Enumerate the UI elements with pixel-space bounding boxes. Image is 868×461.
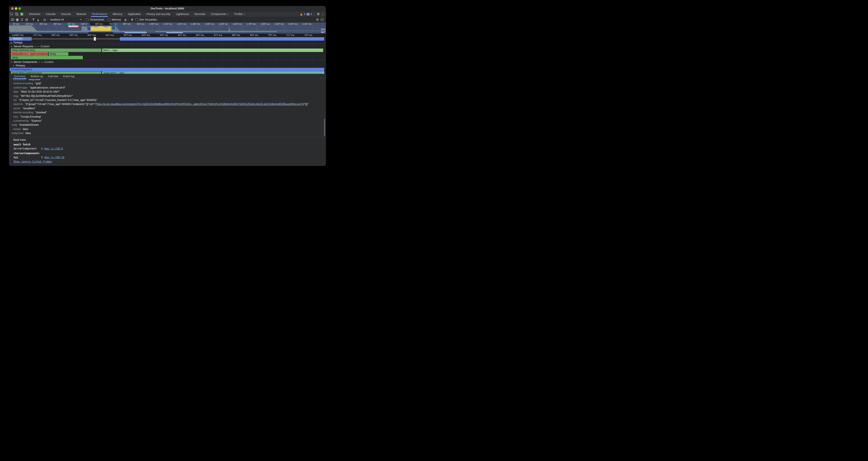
- flame-bar[interactable]: delay: [49, 52, 68, 56]
- tab-privacy-and-security[interactable]: Privacy and security: [144, 11, 173, 17]
- flame-bar[interactable]: await fetch (.../api): [102, 71, 324, 74]
- long-task-marker: [68, 25, 79, 27]
- panel-settings-gear-icon[interactable]: ⚙: [316, 18, 319, 21]
- track-custom-suffix: — Custom: [36, 45, 50, 48]
- tab-components[interactable]: Components⚛: [208, 11, 232, 17]
- show-ignore-listed-frames-link[interactable]: Show ignore-listed frames: [13, 160, 52, 163]
- overview-tick-label: 1,197 ms: [163, 23, 173, 25]
- overview-tick-label: 497 ms: [67, 23, 75, 25]
- screenshots-checkbox[interactable]: [86, 18, 89, 21]
- toggle-sidebar-icon[interactable]: [10, 17, 15, 22]
- flame-bar[interactable]: delay: [11, 56, 83, 59]
- save-profile-icon[interactable]: [36, 17, 40, 22]
- inspect-icon[interactable]: [9, 11, 14, 17]
- kebab-menu-icon[interactable]: ⋮: [321, 12, 324, 16]
- details-scrollbar-thumb[interactable]: [324, 119, 325, 136]
- overview-window-handle-right[interactable]: ∥: [112, 23, 115, 30]
- details-tab-bottom-up[interactable]: Bottom-up: [28, 74, 45, 79]
- details-row: vary"Accept-Encoding": [9, 115, 326, 119]
- stack-trace-section: Stack trace await fetchServerComponent @…: [9, 137, 326, 166]
- tab-lighthouse[interactable]: Lighthouse: [173, 11, 192, 17]
- ruler-tick-label: 707 ms: [268, 34, 276, 36]
- details-row: lockedfalse: [9, 127, 326, 131]
- ruler-tick-label: ms: [12, 34, 16, 36]
- overview-tick-label: 397 ms: [53, 23, 62, 25]
- flame-bar[interactable]: delayedError (...ayed exception): [11, 52, 48, 56]
- ruler-tick-label: 687 ms: [232, 34, 240, 36]
- fit-window-icon[interactable]: [130, 17, 134, 22]
- ruler-tick-label: 587 ms: [52, 34, 60, 36]
- record-button[interactable]: ◉: [15, 17, 20, 22]
- clear-button[interactable]: [24, 17, 29, 22]
- device-toolbar-icon[interactable]: [14, 11, 19, 17]
- details-key: server: [13, 107, 20, 110]
- details-report-to-link[interactable]: https://a.nel.cloudflare.com/report/v4?s…: [96, 103, 304, 106]
- stack-trace-title: Stack trace: [13, 138, 26, 141]
- tab-application[interactable]: Application: [125, 11, 144, 17]
- chevron-down-icon: ▼: [80, 19, 82, 21]
- warning-icon[interactable]: !: [300, 13, 303, 16]
- tab-network[interactable]: Network: [74, 11, 89, 17]
- details-row: x-powered-by"Express": [9, 119, 326, 123]
- issues-message-icon[interactable]: [307, 13, 309, 16]
- garbage-collect-icon[interactable]: [123, 17, 128, 22]
- ruler-tick-label: 567 ms: [16, 34, 24, 36]
- details-key: connection: [13, 79, 26, 81]
- triangle-right-icon: ▶: [11, 42, 12, 44]
- track-timings[interactable]: ▶Timings: [11, 41, 23, 44]
- details-tab-summary[interactable]: Summary: [11, 74, 28, 79]
- details-row: server"cloudflare": [9, 107, 326, 111]
- details-row: bodyReadableStream: [9, 123, 326, 127]
- overview-tick-label: 2,097 ms: [288, 23, 299, 25]
- tab-console[interactable]: Console: [43, 11, 58, 17]
- history-select[interactable]: localhost #4 ▼: [49, 18, 83, 21]
- settings-gear-icon[interactable]: ⚙: [317, 12, 320, 16]
- track-network[interactable]: ▶Network: [11, 37, 23, 40]
- ruler-tick-mark: [132, 36, 132, 37]
- tab-sources[interactable]: Sources: [58, 11, 74, 17]
- details-tab-call-tree[interactable]: Call tree: [45, 74, 61, 79]
- stack-frame-at: @: [41, 147, 44, 150]
- network-yellow-marker[interactable]: [94, 37, 96, 40]
- overview-tick-label: 97 ms: [13, 23, 20, 25]
- help-icon[interactable]: ?: [320, 18, 324, 21]
- details-tab-event-log[interactable]: Event log: [61, 74, 77, 79]
- overview-tick-label: 697 ms: [95, 23, 103, 25]
- dim-3rd-parties-checkbox[interactable]: [135, 18, 138, 21]
- tab-profiler[interactable]: Profiler⚛: [232, 11, 249, 17]
- load-profile-icon[interactable]: [31, 17, 36, 22]
- flame-bar[interactable]: ServerComponent: [10, 68, 324, 71]
- flame-bar[interactable]: delay (deferred text): [11, 49, 101, 52]
- tab-elements[interactable]: Elements: [26, 11, 43, 17]
- ruler-tick-label: 597 ms: [70, 34, 78, 36]
- tab-memory[interactable]: Memory: [110, 11, 125, 17]
- overview-tick-label: 897 ms: [123, 23, 131, 25]
- details-value: "{\"report_to\":\"cf-nel\",\"success_fra…: [19, 98, 97, 102]
- home-icon[interactable]: [42, 17, 47, 22]
- overview-tick-label: 1,897 ms: [260, 23, 270, 25]
- flame-bar[interactable]: fetch (.../api): [102, 49, 323, 52]
- performance-toolbar: ◉ localhost #4 ▼ Screenshots Memory: [9, 17, 326, 22]
- details-row: bodyUsedfalse: [9, 131, 326, 135]
- track-server-requests[interactable]: ▼Server Requests⚛ — Custom: [11, 45, 50, 48]
- overview-net-bar: [166, 32, 183, 33]
- overview-tick-label: 1,797 ms: [246, 23, 256, 25]
- overview-gridline: [284, 23, 285, 34]
- ruler-tick-mark: [294, 36, 294, 37]
- flame-bar[interactable]: [120, 37, 324, 40]
- memory-checkbox[interactable]: [107, 18, 111, 21]
- react-atom-icon: ⚛: [34, 45, 36, 48]
- reload-and-record-button[interactable]: [20, 17, 24, 22]
- stack-frame-source-link[interactable]: App.js:190:16: [44, 156, 64, 159]
- flame-bar[interactable]: await delay (deferred text): [11, 71, 101, 74]
- tab-performance[interactable]: Performance: [89, 11, 110, 17]
- stack-frame-source-link[interactable]: App.js:128:9: [44, 147, 63, 150]
- details-key: etag: [13, 94, 18, 97]
- details-key: transfer-encoding: [13, 111, 33, 114]
- network-whisker-handle[interactable]: [22, 38, 23, 40]
- track-server-components[interactable]: ▼Server Components⚛ — Custom: [11, 60, 54, 63]
- timeline-overview[interactable]: 97 ms197 ms297 ms397 ms497 ms597 ms697 m…: [9, 23, 326, 34]
- tab-recorder[interactable]: Recorder: [192, 11, 208, 17]
- track-primary-group[interactable]: ▼Primary: [13, 64, 25, 67]
- overview-window-handle-left[interactable]: ∥: [87, 23, 90, 30]
